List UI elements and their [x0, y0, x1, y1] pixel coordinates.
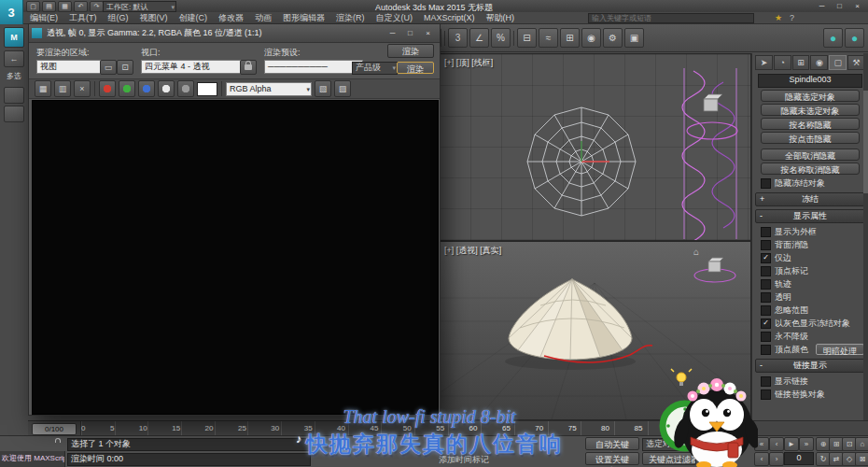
maximize-button[interactable]: □ — [831, 0, 848, 11]
save-image-icon[interactable]: ▦ — [35, 80, 51, 97]
material-editor-icon[interactable]: ◉ — [581, 28, 601, 48]
tab-create-icon[interactable]: ➤ — [755, 55, 773, 70]
hide-unselected-button[interactable]: 隐藏未选定对象 — [761, 104, 860, 116]
viewport-top[interactable]: [+] [顶] [线框] — [439, 53, 751, 241]
play-icon[interactable]: ► — [784, 437, 799, 451]
display-prop-row[interactable]: 轨迹 — [752, 277, 868, 290]
render-setup-icon[interactable]: ⚙ — [603, 28, 623, 48]
percent-snap-icon[interactable]: % — [491, 28, 511, 48]
open-file-icon[interactable]: ▤ — [42, 1, 56, 12]
unhide-by-name-button[interactable]: 按名称取消隐藏 — [761, 163, 860, 175]
max-mode-icon[interactable]: M — [4, 27, 24, 48]
save-file-icon[interactable]: ▦ — [58, 1, 72, 12]
display-prop-row[interactable]: 永不降级 — [752, 330, 868, 343]
trajectory-checkbox[interactable] — [761, 279, 771, 290]
close-button[interactable]: × — [848, 0, 866, 11]
zoom-extents-all-icon[interactable]: ⌂ — [855, 437, 868, 451]
curve-editor-icon[interactable]: ≈ — [539, 28, 558, 48]
rendered-frame-window-icon[interactable]: ▣ — [624, 28, 644, 48]
rfw-maximize-button[interactable]: □ — [401, 28, 419, 39]
app-logo[interactable]: 3 — [0, 0, 23, 24]
backface-cull-checkbox[interactable] — [761, 240, 771, 250]
display-prop-row[interactable]: 顶点标记 — [752, 264, 868, 277]
helper-box[interactable] — [704, 94, 722, 111]
unhide-all-button[interactable]: 全部取消隐藏 — [761, 149, 860, 161]
display-prop-row[interactable]: 透明 — [752, 290, 868, 304]
green-channel-icon[interactable] — [119, 80, 135, 97]
show-frozen-gray-checkbox[interactable]: ✓ — [761, 318, 771, 329]
spindle-shaded-object[interactable] — [509, 279, 632, 360]
hide-by-name-button[interactable]: 按名称隐藏 — [761, 118, 860, 130]
layer-view-icon[interactable]: ▧ — [315, 80, 331, 97]
maxscript-mini-listener[interactable]: 欢迎使用 MAXScript — [0, 451, 65, 467]
strip-tool-icon[interactable] — [4, 106, 24, 122]
layer-manager-icon[interactable]: ⊟ — [517, 28, 537, 48]
display-links-checkbox[interactable] — [761, 376, 771, 387]
hide-by-hit-button[interactable]: 按点击隐藏 — [761, 132, 860, 144]
channel-display-dropdown[interactable]: RGB Alpha — [226, 82, 312, 96]
production-mode-dropdown[interactable]: 产品级 — [352, 62, 398, 75]
render-button-top[interactable]: 渲染 — [387, 44, 434, 58]
alpha-channel-icon[interactable] — [177, 80, 194, 97]
schematic-view-icon[interactable]: ⊞ — [560, 28, 580, 48]
vertex-colors-checkbox[interactable] — [761, 345, 771, 355]
panel-scrollbar-thumb[interactable] — [863, 91, 868, 193]
vertex-ticks-checkbox[interactable] — [761, 266, 771, 276]
auto-region-icon[interactable]: ⊡ — [117, 60, 133, 75]
render-production-icon[interactable]: ● — [823, 28, 843, 48]
display-prop-row[interactable]: ✓仅边 — [752, 251, 868, 264]
edges-only-checkbox[interactable]: ✓ — [761, 253, 771, 263]
render-preset-dropdown[interactable]: ────────── — [264, 60, 363, 74]
display-prop-row[interactable]: 忽略范围 — [752, 304, 868, 317]
favorites-star-icon[interactable]: ★ — [775, 13, 782, 22]
rfw-close-button[interactable]: × — [419, 28, 437, 39]
area-to-render-dropdown[interactable]: 视图 — [36, 60, 109, 74]
rfw-minimize-button[interactable]: ─ — [384, 28, 401, 39]
clear-image-icon[interactable]: × — [74, 80, 91, 97]
ignore-extents-checkbox[interactable] — [761, 305, 771, 316]
object-name-field[interactable]: Spindle003 — [758, 74, 862, 88]
hide-selected-button[interactable]: 隐藏选定对象 — [761, 90, 860, 102]
current-frame-field[interactable]: 0 — [784, 452, 814, 465]
viewport-dropdown[interactable]: 四元菜单 4 - 透视 — [141, 60, 251, 74]
display-prop-row[interactable]: 顶点颜色明暗处理 — [752, 343, 868, 356]
see-through-checkbox[interactable] — [761, 292, 771, 303]
infocenter-search-input[interactable] — [588, 13, 754, 23]
minimize-button[interactable]: ─ — [813, 0, 831, 11]
blue-channel-icon[interactable] — [138, 80, 155, 97]
go-to-end-icon[interactable]: » — [799, 437, 814, 451]
rollout-display-properties[interactable]: -显示属性 — [755, 209, 865, 223]
copy-image-icon[interactable]: ▥ — [54, 80, 71, 97]
display-prop-row[interactable]: ✓以灰色显示冻结对象 — [752, 317, 868, 330]
prev-frame-icon[interactable]: ‹ — [769, 437, 784, 451]
menu-help[interactable]: 帮助(H) — [481, 12, 521, 24]
shaded-button[interactable]: 明暗处理 — [816, 344, 864, 355]
rfw-titlebar[interactable]: 透视, 帧 0, 显示 Gamma: 2.2, RGBA 颜色 16 位/通道 … — [29, 24, 440, 43]
link-replaces-object-checkbox[interactable] — [761, 389, 771, 400]
next-key-icon[interactable]: › — [769, 452, 784, 466]
spindle-top-wireframe[interactable] — [527, 107, 636, 216]
compare-icon[interactable]: ▨ — [334, 80, 351, 97]
display-prop-row[interactable]: 背面消隐 — [752, 238, 868, 251]
home-viewcube-icon[interactable]: ⌂ — [693, 247, 699, 257]
undo-icon[interactable]: ↶ — [74, 1, 88, 12]
viewport-perspective-label[interactable]: [+] [透视] [真实] — [444, 245, 501, 257]
snap-toggle-icon[interactable]: 3 — [448, 28, 468, 48]
hide-frozen-row[interactable]: 隐藏冻结对象 — [752, 177, 868, 190]
help-icon[interactable]: ? — [790, 13, 794, 22]
lock-viewport-button[interactable] — [240, 60, 257, 75]
strip-tool-icon[interactable] — [4, 87, 24, 104]
tab-modify-icon[interactable]: ◔ — [774, 55, 791, 70]
rollout-link-display[interactable]: -链接显示 — [755, 359, 865, 373]
edit-region-icon[interactable]: ▭ — [100, 60, 117, 75]
maximize-viewport-icon[interactable]: ⊠ — [855, 452, 868, 466]
hide-frozen-checkbox[interactable] — [761, 178, 771, 189]
viewport-top-label[interactable]: [+] [顶] [线框] — [444, 57, 493, 69]
rollout-freeze[interactable]: +冻结 — [755, 192, 865, 206]
helper-ring-and-box[interactable] — [694, 258, 735, 282]
angle-snap-icon[interactable]: ∠ — [469, 28, 489, 48]
link-prop-row[interactable]: 显示链接 — [752, 375, 868, 388]
link-prop-row[interactable]: 链接替换对象 — [752, 388, 868, 401]
tab-display-icon[interactable]: ▢ — [829, 55, 847, 70]
display-as-box-checkbox[interactable] — [761, 227, 771, 237]
